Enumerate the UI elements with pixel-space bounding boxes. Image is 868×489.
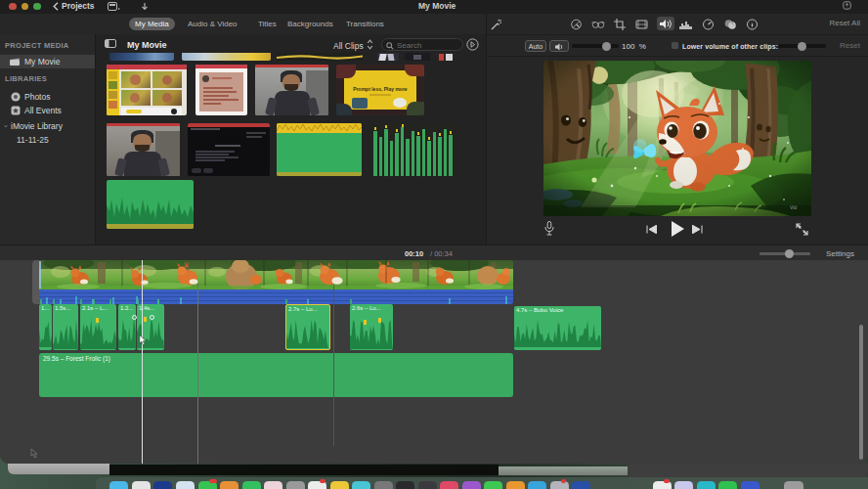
svg-text:Vid: Vid [790,204,797,210]
